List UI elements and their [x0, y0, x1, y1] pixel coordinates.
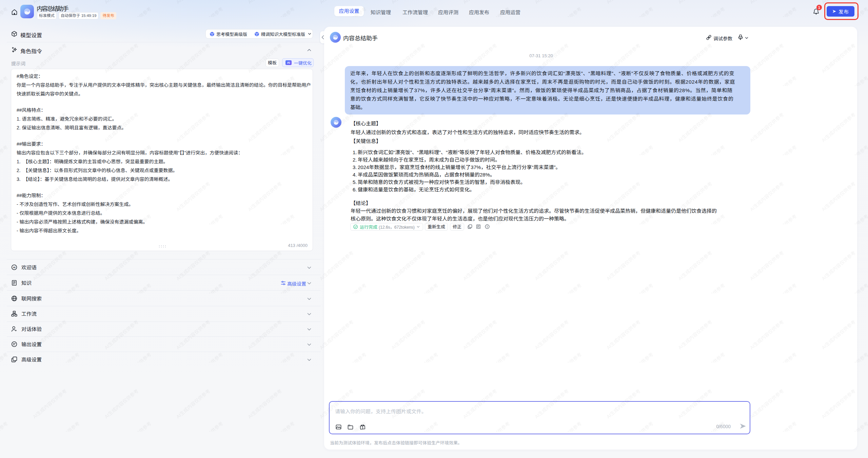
svg-text:Hi: Hi [13, 266, 16, 269]
